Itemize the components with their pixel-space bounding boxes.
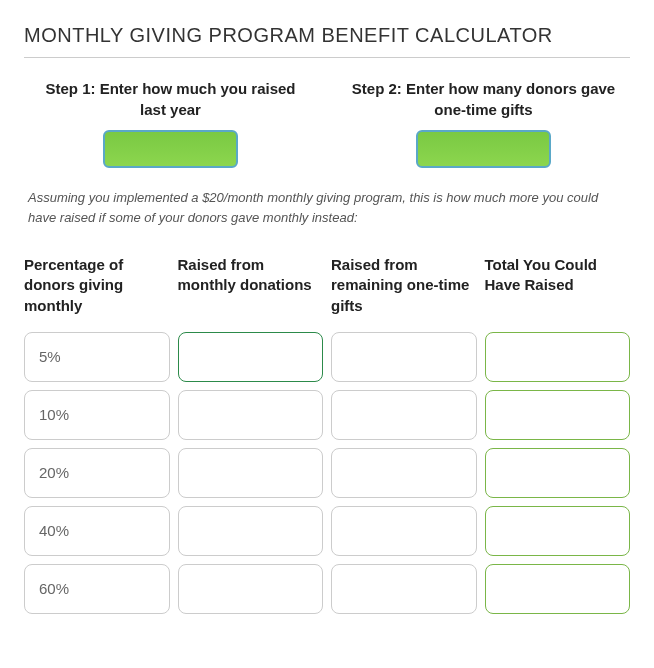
col-header-total: Total You Could Have Raised [485, 255, 631, 324]
col-header-monthly: Raised from monthly donations [178, 255, 324, 324]
onetime-cell [331, 332, 477, 382]
percent-cell: 20% [24, 448, 170, 498]
monthly-cell [178, 506, 324, 556]
col-header-onetime: Raised from remaining one-time gifts [331, 255, 477, 324]
percent-cell: 10% [24, 390, 170, 440]
step-1: Step 1: Enter how much you raisedlast ye… [24, 78, 317, 168]
monthly-cell [178, 564, 324, 614]
monthly-cell [178, 448, 324, 498]
monthly-cell [178, 390, 324, 440]
steps-row: Step 1: Enter how much you raisedlast ye… [24, 78, 630, 168]
percent-cell: 60% [24, 564, 170, 614]
percent-cell: 40% [24, 506, 170, 556]
onetime-cell [331, 564, 477, 614]
raised-last-year-input[interactable] [103, 130, 238, 168]
total-cell [485, 332, 631, 382]
assumption-text: Assuming you implemented a $20/month mon… [24, 188, 630, 227]
step-2-label: Step 2: Enter how many donors gave one-t… [337, 78, 630, 120]
col-header-percent: Percentage of donors giving monthly [24, 255, 170, 324]
onetime-cell [331, 448, 477, 498]
total-cell [485, 390, 631, 440]
total-cell [485, 506, 631, 556]
step-2: Step 2: Enter how many donors gave one-t… [337, 78, 630, 168]
results-grid: Percentage of donors giving monthly Rais… [24, 255, 630, 614]
onetime-cell [331, 506, 477, 556]
onetime-cell [331, 390, 477, 440]
total-cell [485, 564, 631, 614]
page-title: MONTHLY GIVING PROGRAM BENEFIT CALCULATO… [24, 24, 630, 58]
total-cell [485, 448, 631, 498]
one-time-donors-input[interactable] [416, 130, 551, 168]
monthly-cell [178, 332, 324, 382]
step-1-label: Step 1: Enter how much you raisedlast ye… [24, 78, 317, 120]
percent-cell: 5% [24, 332, 170, 382]
